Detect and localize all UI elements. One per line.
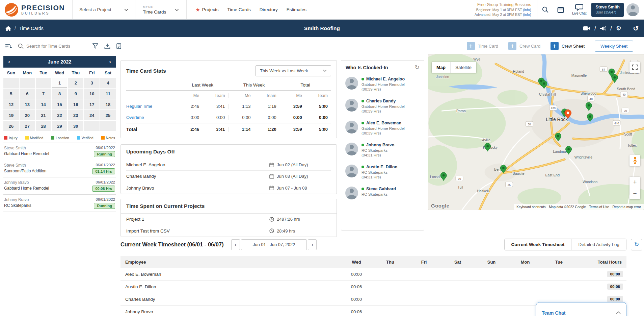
zoom-in-button[interactable]: + [629, 177, 640, 188]
download-button[interactable] [104, 43, 110, 49]
calendar-day[interactable]: 24 [84, 110, 100, 120]
nav-directory[interactable]: Directory [260, 7, 278, 12]
user-menu[interactable]: Steve Smith User (35647) [591, 3, 624, 17]
filter-button[interactable] [92, 43, 98, 49]
calendar-day[interactable]: 8 [52, 89, 68, 99]
calendar-day[interactable]: 18 [100, 99, 116, 110]
calendar-day[interactable]: 16 [68, 99, 83, 110]
sort-button[interactable] [5, 44, 12, 49]
timecards-search-input[interactable] [26, 44, 84, 49]
calendar-day[interactable]: 2 [68, 78, 83, 88]
nav-time-cards[interactable]: Time Cards [227, 7, 251, 12]
calendar-day[interactable] [3, 78, 19, 88]
add-time-card-button[interactable]: + Time Card [467, 42, 498, 50]
calendar-day[interactable]: 29 [52, 121, 68, 131]
calendar-day[interactable]: 22 [52, 110, 68, 120]
zoom-out-button[interactable]: − [629, 188, 640, 199]
next-week-button[interactable]: › [308, 239, 317, 250]
add-crew-sheet-button[interactable]: + Crew Sheet [551, 42, 585, 50]
chevron-up-icon[interactable] [616, 311, 621, 314]
calendar-day[interactable]: 10 [84, 89, 100, 99]
tab-detailed-activity-log[interactable]: Detailed Activity Log [571, 239, 626, 250]
breadcrumb-current[interactable]: Time Cards [19, 26, 44, 31]
add-crew-card-button[interactable]: + Crew Card [508, 42, 540, 50]
home-icon[interactable] [5, 26, 11, 31]
prev-week-button[interactable]: ‹ [231, 239, 240, 250]
calendar-day[interactable]: 11 [100, 89, 116, 99]
calendar-day[interactable]: 6 [20, 89, 35, 99]
timesheet-row[interactable]: Alex E. Boweman 00:00 00:00 [120, 268, 626, 281]
calendar-day[interactable]: 30 [68, 121, 83, 131]
tab-current-week-timesheet[interactable]: Current Week Timesheet [505, 239, 571, 250]
calendar-prev-button[interactable]: ‹ [3, 56, 15, 68]
stats-period-dropdown[interactable]: This Week vs Last Week [256, 65, 331, 76]
map-type-map-button[interactable]: Map [432, 62, 450, 73]
calendar-day[interactable]: 26 [3, 121, 19, 131]
calendar-day[interactable]: 25 [100, 110, 116, 120]
nav-projects[interactable]: ★ Projects [195, 7, 218, 13]
calendar-day[interactable]: 9 [68, 89, 83, 99]
calendar-day[interactable] [20, 78, 35, 88]
announcements-button[interactable] [600, 26, 606, 31]
calendar-next-button[interactable]: › [104, 56, 116, 68]
calendar-day[interactable]: 23 [68, 110, 83, 120]
training-info-link[interactable]: (info) [523, 8, 531, 12]
calendar-day[interactable]: 7 [36, 89, 51, 99]
team-chat-widget[interactable]: Team Chat [536, 302, 626, 316]
calendar-day[interactable] [36, 78, 51, 88]
menu-dropdown[interactable]: MENU Time Cards [135, 0, 186, 20]
calendar-day[interactable]: 13 [20, 99, 35, 110]
calendar-day[interactable]: 19 [3, 110, 19, 120]
report-button[interactable] [116, 43, 121, 49]
timecard-list-item[interactable]: Johnny Bravo RC Skateparks 06/01/2022 Ru… [3, 195, 116, 212]
clocked-in-person[interactable]: Charles Bandy Gabbard Home Remodel (00:3… [341, 95, 424, 117]
clocked-in-person[interactable]: Steve Gabbard RC Skateparks [341, 183, 424, 203]
timesheet-row[interactable]: Austin E. Dillon 00:06 00:06 [120, 281, 626, 293]
map-canvas[interactable]: Benton Bauxite East End Woodson Haskell … [428, 54, 644, 210]
user-avatar[interactable] [626, 3, 639, 16]
calendar-day[interactable] [84, 121, 100, 131]
global-search-button[interactable] [537, 0, 553, 20]
calendar-day[interactable]: 17 [84, 99, 100, 110]
timecard-list-item[interactable]: Steve Smith Sunroom/Patio Addition 06/01… [3, 160, 116, 177]
training-info-link[interactable]: (info) [523, 13, 531, 17]
terms-of-use-link[interactable]: Terms of Use [589, 205, 609, 209]
history-button[interactable]: ↺ [633, 25, 639, 31]
nav-estimates[interactable]: Estimates [287, 7, 306, 12]
live-chat-button[interactable]: Live Chat [568, 0, 590, 20]
timecard-list-item[interactable]: Johnny Bravo Gabbard Home Remodel 06/01/… [3, 177, 116, 195]
clocked-in-person[interactable]: Johnny Bravo RC Skateparks (04:31 Hrs) [341, 139, 424, 161]
refresh-icon[interactable]: ↻ [415, 65, 420, 70]
video-button[interactable] [583, 26, 590, 31]
calendar-day[interactable]: 5 [3, 89, 19, 99]
settings-button[interactable]: ⚙ [616, 25, 621, 31]
calendar-day[interactable]: 3 [84, 78, 100, 88]
calendar-day[interactable]: 4 [100, 78, 116, 88]
calendar-day[interactable]: 20 [20, 110, 35, 120]
timecard-list-item[interactable]: Steve Smith Gabbard Home Remodel 06/01/2… [3, 143, 116, 160]
calendar-day[interactable]: 27 [20, 121, 35, 131]
app-logo[interactable]: PRECISION BUILDERS [0, 3, 72, 17]
clocked-in-person[interactable]: Michael E. Angeloo Gabbard Home Remodel … [341, 73, 424, 95]
street-view-pegman-button[interactable] [629, 155, 640, 166]
map-fullscreen-button[interactable] [629, 62, 640, 73]
clocked-in-person[interactable]: Alex E. Boweman Gabbard Home Remodel (00… [341, 117, 424, 139]
injury-legend-swatch [4, 136, 7, 140]
map-type-satellite-button[interactable]: Satellite [450, 62, 476, 73]
week-range-label[interactable]: Jun 01 - Jun 07, 2022 [241, 239, 307, 250]
report-map-error-link[interactable]: Report a map error [613, 205, 641, 209]
calendar-day[interactable]: 28 [36, 121, 51, 131]
keyboard-shortcuts-link[interactable]: Keyboard shortcuts [516, 205, 545, 209]
clocked-in-person[interactable]: Austin E. Dillon RC Skateparks (04:31 Hr… [341, 161, 424, 183]
calendar-day[interactable]: 15 [52, 99, 68, 110]
calendar-day[interactable]: 21 [36, 110, 51, 120]
weekly-sheet-button[interactable]: Weekly Sheet [595, 41, 633, 52]
calendar-day[interactable]: 12 [3, 99, 19, 110]
calendar-day[interactable]: 14 [36, 99, 51, 110]
map[interactable]: Benton Bauxite East End Woodson Haskell … [428, 54, 644, 210]
project-select-dropdown[interactable]: Select a Project [73, 0, 135, 20]
timesheet-refresh-button[interactable]: ↻ [631, 239, 642, 250]
schedule-calendar-button[interactable] [553, 0, 568, 20]
calendar-day-selected[interactable]: 1 [52, 78, 68, 88]
calendar-day[interactable] [100, 121, 116, 131]
